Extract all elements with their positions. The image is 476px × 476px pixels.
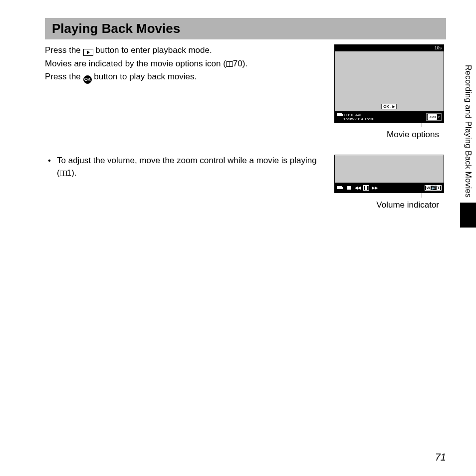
volume-indicator-badge: W 🔊 T [425,185,442,191]
ok-badge-label: OK [383,104,389,109]
playback-button-icon [83,49,93,56]
datetime-stamp: 15/05/2014 15:30 [343,117,374,121]
callout-pointer: │ [331,193,424,197]
duration-indicator: 10s [434,45,442,50]
page-ref-number: 70 [233,59,242,68]
text-fragment: Press the [45,45,83,55]
section-title: Playing Back Movies [45,18,446,39]
page-ref-number: 1 [67,168,71,178]
rewind-icon: ◀◀ [355,185,360,191]
resolution-suffix: P [438,115,440,119]
volume-indicator-caption: Volume indicator [331,200,439,210]
stop-icon [346,185,352,191]
ok-button-icon: OK [83,75,92,84]
volume-screen-illustration: ◀◀ ❚❚ ▶▶ W 🔊 T [334,155,444,193]
battery-icon [337,186,342,189]
movie-options-caption: Movie options [331,130,439,140]
pause-icon: ❚❚ [363,185,369,191]
wide-label: W [426,186,431,190]
intro-text: Press the button to enter playback mode.… [45,44,321,85]
chapter-side-label: Recording and Playing Back Movies [462,60,475,203]
text-fragment: button to play back movies. [92,72,197,81]
text-fragment: ). [71,168,76,178]
page-ref-icon [226,61,233,67]
ok-play-badge: OK: [381,104,397,109]
playback-screen-illustration: 10s OK: 0010. AVI 15/05/2014 15:30 720P [334,44,444,123]
page-number: 71 [435,452,446,463]
speaker-icon: 🔊 [431,186,436,190]
tele-label: T [437,186,440,190]
text-fragment: Movies are indicated by the movie option… [45,59,226,68]
text-fragment: To adjust the volume, move the zoom cont… [57,156,317,178]
page-ref-icon [60,171,67,176]
resolution-badge: 720P [426,113,442,121]
callout-pointer: │ [331,123,424,127]
forward-icon: ▶▶ [372,185,377,191]
resolution-value: 720 [428,114,437,120]
battery-icon [337,113,342,116]
text-fragment: Press the [45,72,83,81]
text-fragment: button to enter playback mode. [93,45,212,55]
chapter-tab-marker [460,203,476,228]
text-fragment: ). [242,59,247,68]
volume-bullet: To adjust the volume, move the zoom cont… [45,155,321,179]
